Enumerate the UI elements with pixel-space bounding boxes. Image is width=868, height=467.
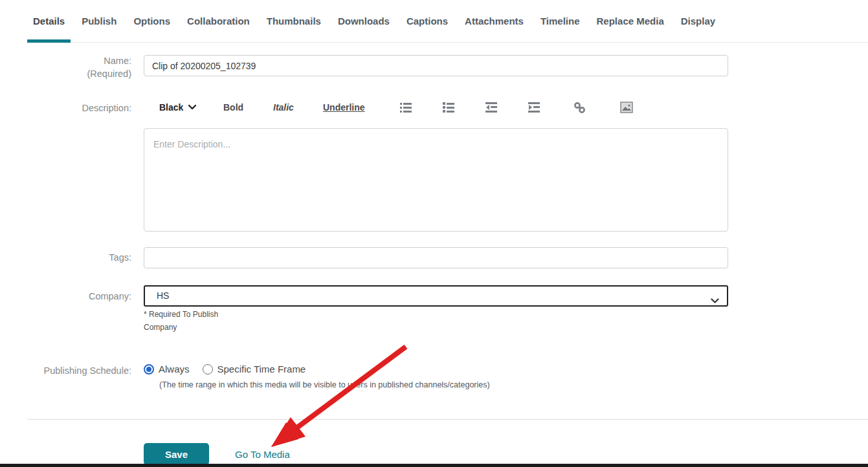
outdent-icon[interactable]	[485, 102, 497, 113]
publishing-schedule-options: Always Specific Time Frame	[144, 364, 306, 375]
publishing-schedule-helper: (The time range in which this media will…	[159, 380, 490, 389]
tab-details[interactable]: Details	[27, 0, 71, 43]
ordered-list-icon[interactable]	[443, 102, 454, 113]
image-icon[interactable]	[620, 102, 632, 113]
radio-always[interactable]	[144, 364, 154, 375]
chevron-down-icon	[188, 105, 196, 110]
tab-replace-media[interactable]: Replace Media	[591, 0, 670, 43]
tab-bar: Details Publish Options Collaboration Th…	[27, 0, 868, 43]
description-textarea[interactable]	[144, 128, 728, 232]
company-helper-note: Company	[144, 323, 177, 332]
tab-options[interactable]: Options	[128, 0, 176, 43]
tab-downloads[interactable]: Downloads	[332, 0, 395, 43]
italic-button[interactable]: Italic	[273, 102, 294, 113]
window-bottom-edge	[0, 464, 868, 467]
indent-icon[interactable]	[528, 102, 540, 113]
font-color-value: Black	[159, 102, 183, 113]
font-color-dropdown[interactable]: Black	[159, 102, 196, 113]
required-to-publish-note: * Required To Publish	[144, 310, 218, 319]
underline-button[interactable]: Underline	[323, 102, 365, 113]
tags-label: Tags:	[0, 251, 131, 264]
tab-publish[interactable]: Publish	[76, 0, 122, 43]
unordered-list-icon[interactable]	[400, 102, 412, 113]
chevron-down-icon	[711, 292, 719, 310]
publishing-schedule-label: Publishing Schedule:	[0, 364, 131, 377]
company-select-value: HS	[157, 290, 169, 301]
name-input[interactable]	[144, 55, 728, 76]
tab-attachments[interactable]: Attachments	[459, 0, 529, 43]
tab-timeline[interactable]: Timeline	[535, 0, 586, 43]
description-toolbar: Black Bold Italic Underline	[144, 100, 728, 120]
radio-specific-time-frame[interactable]	[203, 364, 213, 375]
radio-specific-time-frame-label[interactable]: Specific Time Frame	[217, 364, 306, 375]
description-label: Description:	[0, 102, 131, 114]
link-icon[interactable]	[573, 102, 585, 113]
tab-thumbnails[interactable]: Thumbnails	[261, 0, 327, 43]
radio-always-label[interactable]: Always	[159, 364, 190, 375]
company-select[interactable]: HS	[144, 285, 728, 307]
name-required-text: (Required)	[0, 67, 131, 80]
name-label: Name: (Required)	[0, 54, 131, 80]
tab-captions[interactable]: Captions	[401, 0, 454, 43]
tags-input[interactable]	[144, 247, 728, 268]
tab-collaboration[interactable]: Collaboration	[181, 0, 256, 43]
footer-divider	[27, 419, 868, 420]
name-label-text: Name:	[0, 54, 131, 67]
company-label: Company:	[0, 290, 131, 303]
tab-display[interactable]: Display	[675, 0, 721, 43]
go-to-media-link[interactable]: Go To Media	[235, 449, 290, 460]
bold-button[interactable]: Bold	[223, 102, 243, 113]
save-button[interactable]: Save	[144, 443, 209, 465]
